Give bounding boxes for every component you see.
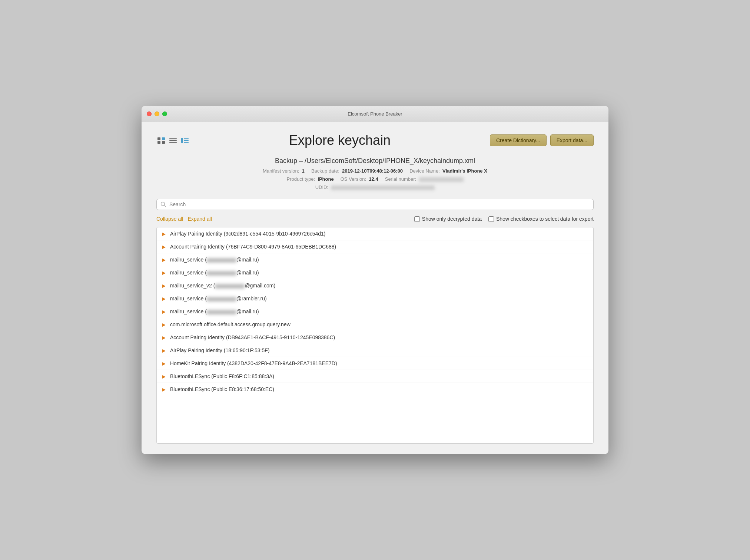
blurred-email: ███████ — [207, 310, 236, 314]
os-version-label: OS Version: — [341, 176, 366, 182]
serial-label: Serial number: — [385, 176, 417, 182]
item-label: mailru_service (████████@mail.ru) — [170, 270, 588, 276]
detail-view-icon[interactable] — [180, 136, 190, 144]
show-decrypted-option[interactable]: Show only decrypted data — [414, 216, 482, 222]
expand-arrow-icon: ▶ — [162, 257, 166, 263]
keychain-list[interactable]: ▶AirPlay Pairing Identity (9c02d891-c554… — [156, 227, 594, 444]
item-label: com.microsoft.office.default.access.grou… — [170, 321, 588, 327]
product-type-value: iPhone — [318, 176, 333, 182]
main-content: Explore keychain Create Dictionary... Ex… — [142, 122, 608, 454]
controls-bar: Collapse all Expand all Show only decryp… — [156, 216, 594, 222]
blurred-email: ██████████ — [207, 258, 236, 263]
list-item[interactable]: ▶BluetoothLESync (Public E8:36:17:68:50:… — [157, 383, 593, 396]
manifest-version-label: Manifest version: — [263, 168, 299, 174]
info-meta-line3: UDID: — [156, 183, 594, 191]
udid-label: UDID: — [315, 184, 328, 190]
close-button[interactable] — [147, 111, 152, 116]
item-label: mailru_service_v2 (████████@gmail.com) — [170, 283, 588, 289]
show-decrypted-label: Show only decrypted data — [422, 216, 482, 222]
minimize-button[interactable] — [155, 111, 159, 116]
view-icons — [156, 136, 190, 144]
svg-rect-10 — [184, 142, 189, 143]
blurred-email: ████████ — [207, 271, 236, 276]
svg-rect-2 — [157, 141, 160, 144]
list-item[interactable]: ▶mailru_service_v2 (████████@gmail.com) — [157, 279, 593, 292]
toolbar: Explore keychain Create Dictionary... Ex… — [156, 133, 594, 148]
os-version-value: 12.4 — [369, 176, 378, 182]
show-checkboxes-option[interactable]: Show checkboxes to select data for expor… — [488, 216, 594, 222]
expand-arrow-icon: ▶ — [162, 361, 166, 366]
list-item[interactable]: ▶Account Pairing Identity (DB943AE1-BACF… — [157, 331, 593, 344]
svg-line-12 — [165, 206, 166, 207]
info-meta-line1: Manifest version: 1 Backup date: 2019-12… — [156, 167, 594, 175]
list-item[interactable]: ▶com.microsoft.office.default.access.gro… — [157, 318, 593, 331]
device-name-label: Device Name: — [409, 168, 440, 174]
list-view-icon[interactable] — [168, 136, 178, 144]
backup-date-label: Backup date: — [311, 168, 339, 174]
item-label: HomeKit Pairing Identity (4382DA20-42F8-… — [170, 360, 588, 366]
filter-options: Show only decrypted data Show checkboxes… — [414, 216, 594, 222]
info-section: Backup – /Users/ElcomSoft/Desktop/IPHONE… — [156, 157, 594, 191]
search-bar — [156, 199, 594, 210]
page-title: Explore keychain — [190, 133, 490, 148]
item-label: BluetoothLESync (Public E8:36:17:68:50:E… — [170, 386, 588, 392]
item-label: AirPlay Pairing Identity (18:65:90:1F:53… — [170, 347, 588, 353]
expand-arrow-icon: ▶ — [162, 387, 166, 392]
udid-blurred — [331, 186, 435, 190]
expand-arrow-icon: ▶ — [162, 322, 166, 327]
manifest-version-value: 1 — [302, 168, 305, 174]
product-type-label: Product type: — [286, 176, 315, 182]
expand-arrow-icon: ▶ — [162, 231, 166, 237]
expand-arrow-icon: ▶ — [162, 374, 166, 379]
show-decrypted-checkbox[interactable] — [414, 216, 420, 222]
show-checkboxes-checkbox[interactable] — [488, 216, 494, 222]
svg-rect-6 — [169, 142, 177, 143]
maximize-button[interactable] — [162, 111, 167, 116]
svg-rect-5 — [169, 140, 177, 141]
list-item[interactable]: ▶mailru_service (███████@mail.ru) — [157, 305, 593, 318]
item-label: BluetoothLESync (Public F8:6F:C1:85:88:3… — [170, 373, 588, 379]
list-item[interactable]: ▶HomeKit Pairing Identity (4382DA20-42F8… — [157, 357, 593, 370]
title-bar: Elcomsoft Phone Breaker — [142, 106, 608, 122]
item-label: mailru_service (███████@mail.ru) — [170, 309, 588, 314]
expand-arrow-icon: ▶ — [162, 348, 166, 353]
toolbar-buttons: Create Dictionary... Export data... — [490, 134, 594, 146]
svg-rect-3 — [162, 141, 165, 144]
backup-path: Backup – /Users/ElcomSoft/Desktop/IPHONE… — [156, 157, 594, 165]
search-icon — [160, 201, 166, 207]
list-item[interactable]: ▶Account Pairing Identity (76BF74C9-D800… — [157, 240, 593, 253]
svg-rect-4 — [169, 138, 177, 139]
list-item[interactable]: ▶mailru_service (████████@mail.ru) — [157, 266, 593, 279]
info-meta-line2: Product type: iPhone OS Version: 12.4 Se… — [156, 175, 594, 183]
show-checkboxes-label: Show checkboxes to select data for expor… — [496, 216, 594, 222]
backup-date-value: 2019-12-10T09:48:12-06:00 — [342, 168, 403, 174]
list-item[interactable]: ▶mailru_service (██████████@mail.ru) — [157, 253, 593, 266]
export-data-button[interactable]: Export data... — [550, 134, 594, 146]
svg-rect-9 — [184, 140, 189, 141]
list-item[interactable]: ▶BluetoothLESync (Public F8:6F:C1:85:88:… — [157, 370, 593, 383]
svg-rect-0 — [157, 137, 160, 140]
traffic-lights — [147, 111, 167, 116]
list-item[interactable]: ▶AirPlay Pairing Identity (18:65:90:1F:5… — [157, 344, 593, 357]
svg-rect-8 — [184, 138, 189, 139]
item-label: AirPlay Pairing Identity (9c02d891-c554-… — [170, 231, 588, 237]
expand-arrow-icon: ▶ — [162, 270, 166, 276]
search-input-wrap — [156, 199, 594, 210]
item-label: mailru_service (██████████@mail.ru) — [170, 257, 588, 263]
search-input[interactable] — [169, 201, 590, 207]
list-item[interactable]: ▶mailru_service (████████@rambler.ru) — [157, 292, 593, 305]
list-item[interactable]: ▶AirPlay Pairing Identity (9c02d891-c554… — [157, 227, 593, 240]
grid-view-icon[interactable] — [156, 136, 166, 144]
item-label: mailru_service (████████@rambler.ru) — [170, 296, 588, 301]
blurred-email: ████████ — [207, 297, 236, 301]
expand-arrow-icon: ▶ — [162, 283, 166, 289]
svg-rect-7 — [181, 138, 183, 143]
expand-all-button[interactable]: Expand all — [188, 216, 212, 222]
expand-arrow-icon: ▶ — [162, 244, 166, 250]
item-label: Account Pairing Identity (DB943AE1-BACF-… — [170, 334, 588, 340]
collapse-all-button[interactable]: Collapse all — [156, 216, 183, 222]
expand-arrow-icon: ▶ — [162, 296, 166, 301]
device-name-value: Vladimir's iPhone X — [442, 168, 487, 174]
create-dictionary-button[interactable]: Create Dictionary... — [490, 134, 547, 146]
serial-blurred — [419, 177, 464, 182]
